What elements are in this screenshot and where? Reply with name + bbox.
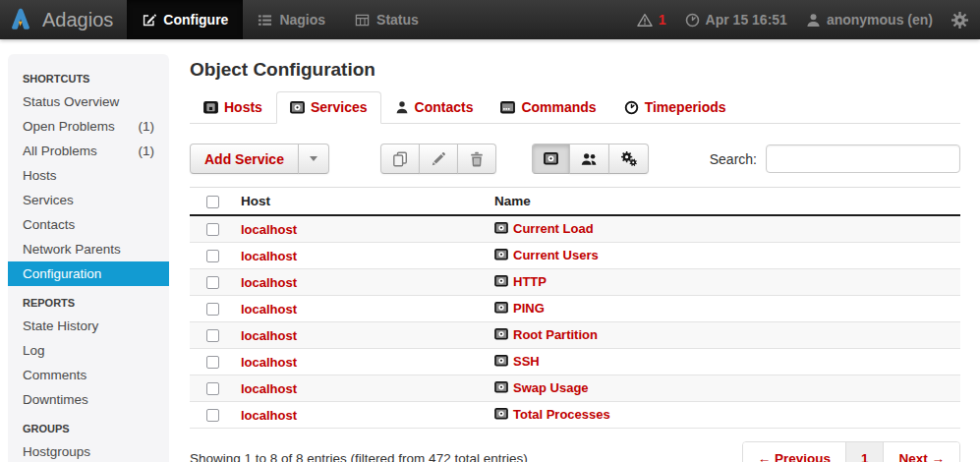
sidebar-item-comments[interactable]: Comments [8, 363, 169, 387]
row-checkbox[interactable] [206, 276, 219, 289]
sidebar-item-hostgroups[interactable]: Hostgroups [8, 439, 169, 462]
sidebar-item-status-overview[interactable]: Status Overview [8, 89, 169, 114]
tab-timeperiods[interactable]: Timeperiods [610, 91, 740, 124]
host-link[interactable]: localhost [241, 275, 297, 290]
sidebar-item-all-problems[interactable]: All Problems (1) [8, 139, 169, 163]
sidebar-item-contacts[interactable]: Contacts [8, 212, 169, 237]
sidebar-item-downtimes[interactable]: Downtimes [8, 387, 169, 412]
copy-button[interactable] [380, 144, 420, 174]
service-icon [494, 328, 508, 340]
page-title: Object Configuration [190, 59, 960, 81]
sidebar-item-count: (1) [139, 143, 155, 159]
table-footer: Showing 1 to 8 of 8 entries (filtered fr… [190, 441, 960, 462]
table-row: localhost HTTP [190, 269, 960, 296]
trash-icon [469, 151, 485, 167]
host-link[interactable]: localhost [241, 222, 297, 237]
alert-count: 1 [659, 12, 666, 28]
service-link[interactable]: Total Processes [494, 407, 610, 422]
host-link[interactable]: localhost [241, 381, 297, 396]
table-icon [355, 13, 370, 28]
nav-item-configure[interactable]: Configure [127, 0, 243, 39]
service-icon [494, 355, 508, 367]
sidebar-item-state-history[interactable]: State History [8, 314, 169, 338]
brand-name: Adagios [42, 9, 113, 31]
row-checkbox[interactable] [206, 223, 219, 236]
row-checkbox[interactable] [206, 382, 219, 395]
previous-page-button[interactable]: ← Previous [743, 442, 845, 462]
service-link[interactable]: Swap Usage [494, 380, 589, 395]
adagios-logo-icon [8, 7, 33, 32]
search-input[interactable] [766, 144, 960, 173]
contacts-view-button[interactable] [569, 144, 609, 174]
tab-commands[interactable]: Commands [487, 91, 609, 124]
sidebar-item-configuration[interactable]: Configuration [8, 261, 169, 286]
datetime-indicator[interactable]: Apr 15 16:51 [685, 12, 787, 28]
service-link[interactable]: Current Users [494, 248, 599, 262]
pencil-square-icon [142, 13, 156, 28]
delete-button[interactable] [457, 144, 496, 174]
host-link[interactable]: localhost [241, 328, 297, 343]
gears-icon [620, 151, 637, 166]
column-header-host[interactable]: Host [233, 188, 487, 216]
row-checkbox[interactable] [206, 250, 219, 262]
settings-gear-button[interactable] [951, 12, 968, 29]
page-number-button[interactable]: 1 [845, 442, 884, 462]
sidebar-section: SHORTCUTS Status Overview Open Problems … [8, 62, 169, 286]
select-all-checkbox[interactable] [206, 196, 219, 208]
add-service-button[interactable]: Add Service [190, 144, 299, 174]
sidebar: SHORTCUTS Status Overview Open Problems … [8, 54, 169, 462]
service-link[interactable]: Current Load [494, 221, 594, 236]
add-service-caret-button[interactable] [298, 144, 329, 174]
host-link[interactable]: localhost [241, 355, 297, 370]
service-link[interactable]: HTTP [494, 274, 547, 289]
service-icon [494, 249, 508, 260]
user-icon [806, 13, 821, 28]
user-menu[interactable]: anonymous (en) [806, 12, 933, 28]
sidebar-item-services[interactable]: Services [8, 188, 169, 212]
column-header-name[interactable]: Name [487, 188, 960, 216]
settings-view-button[interactable] [608, 144, 649, 174]
username-text: anonymous (en) [827, 12, 933, 28]
alerts-indicator[interactable]: 1 [637, 12, 666, 28]
tab-hosts[interactable]: Hosts [190, 91, 276, 124]
table-row: localhost Current Load [190, 215, 960, 243]
gear-icon [951, 12, 968, 29]
sidebar-section-title: GROUPS [8, 412, 169, 439]
sidebar-item-open-problems[interactable]: Open Problems (1) [8, 114, 169, 139]
entries-summary: Showing 1 to 8 of 8 entries (filtered fr… [190, 451, 528, 462]
services-table: Host Name localhost Current Load localho… [190, 187, 960, 429]
next-page-button[interactable]: Next → [883, 442, 959, 462]
row-checkbox[interactable] [206, 329, 219, 342]
tab-services[interactable]: Services [276, 91, 381, 124]
table-row: localhost PING [190, 296, 960, 322]
toolbar: Add Service Search: [190, 144, 960, 174]
service-icon [494, 408, 508, 420]
service-link[interactable]: Root Partition [494, 327, 598, 342]
row-checkbox[interactable] [206, 303, 219, 316]
tab-contacts[interactable]: Contacts [381, 91, 488, 124]
table-row: localhost Swap Usage [190, 375, 960, 402]
sidebar-item-log[interactable]: Log [8, 338, 169, 363]
sidebar-section-title: SHORTCUTS [8, 62, 169, 89]
nav-item-nagios[interactable]: Nagios [243, 0, 340, 39]
host-link[interactable]: localhost [241, 302, 297, 317]
host-link[interactable]: localhost [241, 408, 297, 423]
nav-item-status[interactable]: Status [340, 0, 433, 39]
services-view-button[interactable] [532, 144, 570, 174]
service-link[interactable]: SSH [494, 354, 540, 369]
edit-button[interactable] [419, 144, 458, 174]
list-icon [258, 13, 272, 28]
sidebar-item-count: (1) [139, 118, 155, 135]
brand[interactable]: Adagios [0, 0, 127, 39]
search-label: Search: [710, 151, 757, 167]
host-link[interactable]: localhost [241, 249, 297, 263]
row-checkbox[interactable] [206, 409, 219, 422]
object-tabs: HostsServicesContactsCommandsTimeperiods [190, 91, 960, 124]
service-icon [544, 152, 558, 165]
sidebar-item-hosts[interactable]: Hosts [8, 163, 169, 188]
sidebar-item-network-parents[interactable]: Network Parents [8, 237, 169, 261]
service-link[interactable]: PING [494, 301, 545, 316]
table-row: localhost Total Processes [190, 402, 960, 429]
service-icon [494, 381, 508, 393]
row-checkbox[interactable] [206, 356, 219, 369]
